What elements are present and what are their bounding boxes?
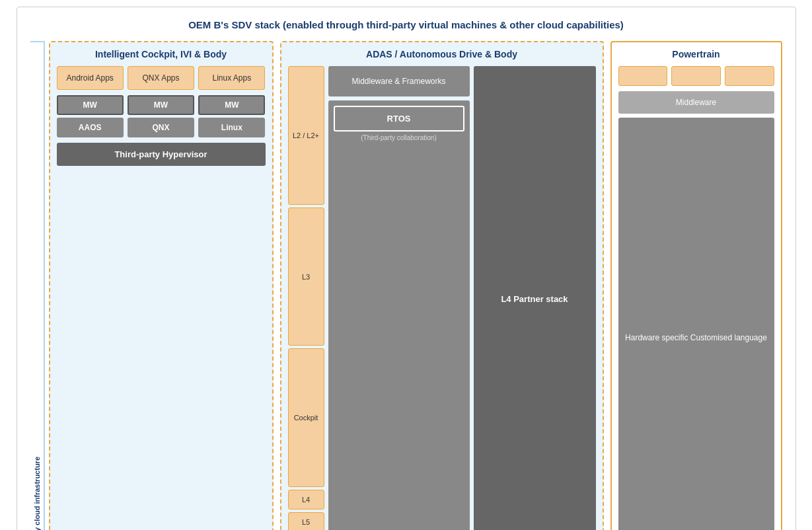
linux-box: Linux (198, 118, 265, 137)
hypervisor-box: Third-party Hypervisor (57, 143, 266, 166)
diagram-container: OEM B's SDV stack (enabled through third… (17, 7, 796, 530)
l3-box: L3 (288, 208, 324, 346)
pw-apps-row (618, 66, 774, 86)
mw-qnx: MW (128, 95, 194, 115)
adas-header: ADAS / Autonomous Drive & Body (288, 49, 596, 59)
pw-middleware-box: Middleware (618, 91, 774, 114)
adas-main-stack: Middleware & Frameworks RTOS (Third-part… (328, 66, 470, 530)
adas-column: ADAS / Autonomous Drive & Body L2 / L2+ … (280, 41, 604, 530)
rtos-sub: (Third-party collaboration) (361, 134, 437, 141)
qnx-col: MW QNX (128, 95, 194, 137)
qnx-apps-box: QNX Apps (128, 66, 194, 90)
pw-app-1 (618, 66, 668, 86)
level-labels: L2 / L2+ L3 Cockpit L4 L5 (288, 66, 324, 530)
rtos-wrapper: RTOS (Third-party collaboration) (328, 100, 470, 530)
l4-partner-container: L4 Partner stack (474, 66, 596, 530)
qnx-box: QNX (128, 118, 194, 137)
android-apps-box: Android Apps (57, 66, 124, 90)
l4-box: L4 (288, 490, 324, 510)
pw-hw-specific-box: Hardware specific Customised language (618, 118, 774, 530)
cockpit-header: Intelligent Cockpit, IVI & Body (57, 49, 266, 59)
l5-box: L5 (288, 512, 324, 530)
linux-col: MW Linux (198, 95, 265, 137)
aaos-col: MW AAOS (57, 95, 124, 137)
aaos-box: AAOS (57, 118, 124, 137)
l2-box: L2 / L2+ (288, 66, 324, 205)
rtos-box: RTOS (334, 106, 464, 132)
cockpit-column: Intelligent Cockpit, IVI & Body Android … (49, 41, 274, 530)
os-row: MW AAOS MW QNX MW Linux (57, 95, 266, 137)
mw-aaos: MW (57, 95, 124, 115)
powertrain-column: Powertrain Middleware Hardware specific … (610, 41, 782, 530)
pw-app-2 (671, 66, 721, 86)
pw-app-3 (725, 66, 774, 86)
cockpit-box: Cockpit (288, 348, 324, 487)
mw-frameworks-box: Middleware & Frameworks (328, 66, 470, 96)
main-title: OEM B's SDV stack (enabled through third… (30, 19, 782, 30)
linux-apps-box: Linux Apps (198, 66, 265, 90)
powertrain-header: Powertrain (618, 49, 774, 59)
cloud-label: Third-party cloud infrastructure (30, 41, 45, 530)
apps-row: Android Apps QNX Apps Linux Apps (57, 66, 266, 90)
l4-partner-box: L4 Partner stack (474, 66, 596, 530)
mw-linux: MW (198, 95, 265, 115)
